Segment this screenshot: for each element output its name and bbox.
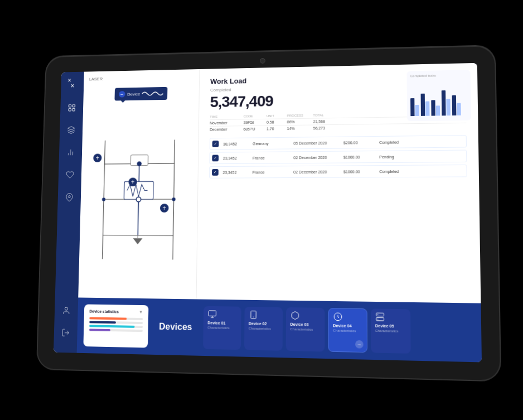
device-card-4-arrow[interactable]: → (355, 340, 364, 348)
tooltip-title: Device (127, 91, 140, 96)
stats-bar-3 (89, 325, 143, 328)
col-code: CODE (244, 114, 265, 118)
tx3-status: Completed (377, 168, 409, 174)
device-card-3[interactable]: Device 03 Characteristics (285, 307, 325, 351)
diagram-label: LASER (89, 76, 103, 81)
svg-point-21 (136, 197, 141, 202)
bottom-section: Device statistics ▼ (77, 297, 482, 362)
tx3-date: 02 December 2020 (293, 170, 341, 174)
svg-point-8 (65, 307, 67, 310)
svg-rect-31 (376, 317, 384, 321)
chart-bar-group-4 (442, 90, 451, 115)
device-tooltip: − Device (114, 86, 167, 100)
device-card-2-name: Device 02 (249, 321, 267, 326)
svg-rect-30 (376, 313, 384, 316)
sidebar-item-layers[interactable] (65, 123, 78, 136)
device-card-5[interactable]: Device 05 Characteristics (370, 308, 410, 354)
bar-3-blue (431, 100, 435, 115)
stats-bar-track-3 (89, 325, 143, 328)
check-icon-3: ✓ (212, 169, 219, 176)
device-card-1-name: Device 01 (207, 321, 225, 325)
screen-close-button[interactable]: × (65, 76, 74, 84)
svg-rect-24 (209, 310, 216, 316)
row2-code: 685PU (244, 127, 265, 131)
plus-button-1[interactable]: + (93, 153, 101, 162)
device-statistics-card: Device statistics ▼ (83, 304, 148, 347)
sidebar-bottom-icons (59, 303, 73, 344)
tx2-amount: $1000.00 (343, 155, 375, 158)
svg-point-23 (172, 197, 175, 201)
device-card-4[interactable]: Device 04 Characteristics → (328, 308, 367, 353)
device-card-3-sub: Characteristics (290, 327, 313, 331)
sidebar-item-logout[interactable] (59, 326, 72, 339)
bar-3-light (436, 105, 440, 115)
svg-rect-0 (69, 104, 71, 107)
device-stats-dropdown[interactable]: ▼ (139, 309, 143, 314)
check-icon-1: ✓ (212, 141, 219, 147)
plus-button-3[interactable]: + (160, 204, 169, 213)
screen: × × (54, 62, 482, 362)
tx1-amount: $200.00 (343, 140, 375, 144)
stats-bar-1 (89, 317, 143, 320)
stats-bar-fill-4 (89, 329, 110, 331)
transaction-row-1: ✓ 38,3452 Germany 05 December 2020 $200.… (210, 135, 467, 150)
sidebar-item-grid[interactable] (65, 101, 78, 114)
tx3-id: 23,3452 (223, 170, 250, 174)
chart-bar-group-5 (452, 95, 461, 115)
stats-bar-fill-1 (89, 317, 127, 320)
device-card-2-sub: Characteristics (249, 326, 271, 330)
tooltip-minus-button[interactable]: − (119, 91, 125, 98)
bar-1-blue (410, 98, 414, 116)
row1-code: 39FGI (244, 120, 265, 124)
row2-process: 14% (287, 126, 312, 130)
row1-process: 86% (287, 119, 312, 124)
device-card-4-sub: Characteristics (333, 329, 356, 332)
tx1-country: Germany (253, 141, 291, 146)
diagram-area: LASER − Device (78, 69, 200, 298)
chart-bar-group-1 (410, 98, 419, 115)
chart-bars (410, 79, 468, 116)
stats-bar-track-2 (89, 321, 143, 324)
plus-button-2[interactable]: + (128, 177, 137, 186)
transaction-row-2: ✓ 23,3452 France 02 December 2020 $1000.… (209, 149, 467, 164)
sidebar-item-location[interactable] (63, 191, 76, 204)
tx2-country: France (253, 155, 292, 159)
svg-rect-2 (69, 108, 71, 110)
svg-marker-18 (133, 238, 142, 244)
device-cards-list: Device 01 Characteristics Device 02 Char… (203, 306, 410, 353)
chart-title: Completed tasks (410, 73, 467, 78)
tx2-status: Pending (377, 153, 409, 160)
device-card-1-sub: Characteristics (207, 326, 229, 330)
row2-time: December (210, 127, 243, 132)
col-process: PROCESS (287, 113, 312, 117)
device-card-5-name: Device 05 (375, 324, 394, 328)
transaction-row-3: ✓ 23,3452 France 02 December 2020 $1000.… (209, 165, 467, 178)
stats-bar-track-4 (89, 329, 143, 332)
completed-tasks-chart: Completed tasks (407, 70, 471, 121)
device-stats-header: Device statistics ▼ (89, 308, 143, 315)
tx1-id: 38,3452 (223, 141, 250, 145)
stats-bar-4 (89, 329, 143, 332)
device-card-3-name: Device 03 (290, 322, 309, 326)
row2-total: 56,273 (313, 125, 338, 130)
device-card-2[interactable]: Device 02 Characteristics (244, 306, 282, 350)
tablet-shell: × × (37, 46, 500, 380)
sidebar-item-favorites[interactable] (64, 168, 76, 181)
bar-1-light (415, 104, 419, 115)
svg-rect-1 (72, 104, 75, 107)
top-section: LASER − Device (78, 62, 481, 303)
stats-bar-2 (89, 321, 143, 324)
sidebar-item-analytics[interactable] (64, 146, 77, 158)
main-content: LASER − Device (77, 62, 482, 362)
row1-unit: 0.58 (267, 120, 286, 124)
tx1-status: Completed (377, 138, 409, 145)
devices-section-label: Devices (154, 321, 196, 332)
stats-bar-fill-2 (89, 321, 116, 324)
svg-point-7 (68, 195, 70, 197)
stats-bar-track-1 (89, 317, 143, 320)
device-card-1[interactable]: Device 01 Characteristics (203, 306, 241, 349)
sidebar-item-profile[interactable] (60, 303, 72, 317)
chart-bar-group-3 (431, 100, 440, 115)
chart-bar-group-2 (421, 93, 430, 115)
device-stats-bars (89, 317, 143, 332)
